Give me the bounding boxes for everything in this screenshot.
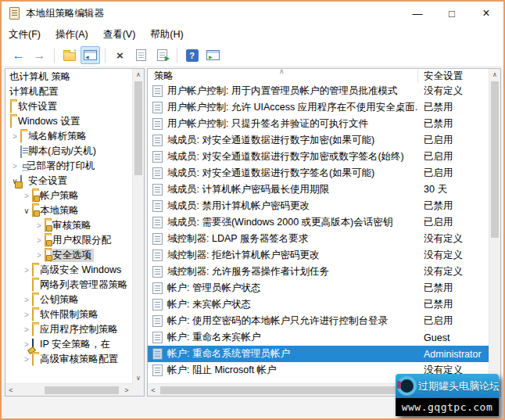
policy-row[interactable]: 域控制器: 拒绝计算机帐户密码更改没有定义 xyxy=(148,247,489,264)
newwindow-button[interactable] xyxy=(203,46,223,64)
tree-item[interactable]: >应用程序控制策略 xyxy=(5,322,132,337)
policy-name: 帐户: 来宾帐户状态 xyxy=(167,298,251,311)
tree-item[interactable]: 脚本(启动/关机) xyxy=(5,144,132,159)
tree-vscroll-thumb[interactable] xyxy=(134,81,142,175)
policy-row[interactable]: 帐户: 管理员帐户状态已禁用 xyxy=(148,280,489,296)
tree-item[interactable]: >安全选项 xyxy=(5,248,132,263)
security-setting-value: Guest xyxy=(418,332,489,343)
tree-item[interactable]: 网络列表管理器策略 xyxy=(5,278,132,293)
policy-row[interactable]: 域控制器: 允许服务器操作者计划任务没有定义 xyxy=(148,264,489,280)
chevron-collapsed-icon[interactable]: > xyxy=(21,296,32,304)
tree-item[interactable]: >域名解析策略 xyxy=(5,129,132,144)
tree-item-label: IP 安全策略，在 xyxy=(38,338,113,351)
tree-vertical-scrollbar[interactable]: ∧ ∨ xyxy=(132,69,144,383)
policy-name: 域控制器: LDAP 服务器签名要求 xyxy=(167,232,308,246)
tree-item[interactable]: ∨安全设置 xyxy=(5,174,132,188)
policy-row[interactable]: 域成员: 对安全通道数据进行数字加密或数字签名(始终)已启用 xyxy=(148,149,489,165)
list-vscroll-thumb[interactable] xyxy=(491,81,499,238)
properties-button[interactable] xyxy=(131,46,151,64)
chevron-collapsed-icon[interactable]: > xyxy=(21,311,32,319)
scroll-down-icon[interactable]: ∨ xyxy=(133,372,144,383)
policy-row[interactable]: 域控制器: LDAP 服务器签名要求没有定义 xyxy=(148,231,489,247)
security-setting-value: 已启用 xyxy=(418,167,489,180)
policy-document-icon xyxy=(152,364,163,376)
tree-item[interactable]: >公钥策略 xyxy=(5,293,132,307)
tree-item[interactable]: >用户权限分配 xyxy=(5,233,132,248)
scroll-right-icon[interactable]: > xyxy=(121,384,132,396)
chevron-collapsed-icon[interactable]: > xyxy=(9,132,20,141)
policy-name: 用户帐户控制: 允许 UIAccess 应用程序在不使用安全桌面... xyxy=(167,101,418,114)
policy-row[interactable]: 用户帐户控制: 用于内置管理员帐户的管理员批准模式没有定义 xyxy=(148,83,489,99)
tree-hscroll-thumb[interactable] xyxy=(45,386,119,394)
policy-row[interactable]: 域成员: 禁用计算机帐户密码更改已禁用 xyxy=(148,198,489,214)
policy-row[interactable]: 用户帐户控制: 允许 UIAccess 应用程序在不使用安全桌面...已禁用 xyxy=(148,99,489,116)
security-setting-value: 已禁用 xyxy=(418,199,489,213)
tree-item[interactable]: >高级审核策略配置 xyxy=(5,352,132,367)
exportlist-button[interactable] xyxy=(152,46,172,64)
menu-view[interactable]: 查看(V) xyxy=(103,28,136,41)
policy-row[interactable]: 域成员: 计算机帐户密码最长使用期限30 天 xyxy=(148,181,489,198)
menu-action[interactable]: 操作(A) xyxy=(56,28,88,41)
scroll-left-icon[interactable]: < xyxy=(148,384,159,396)
tree-item[interactable]: >高级安全 Windows xyxy=(5,263,132,278)
watermark-forum-name: 过期罐头电脑论坛 xyxy=(418,379,500,393)
tree-item[interactable]: 软件设置 xyxy=(5,99,132,114)
menu-file[interactable]: 文件(F) xyxy=(9,28,41,41)
chevron-collapsed-icon[interactable]: > xyxy=(21,192,32,200)
tree-item[interactable]: Windows 设置 xyxy=(5,114,132,129)
tree-item[interactable]: >审核策略 xyxy=(5,218,132,233)
tree-item[interactable]: >软件限制策略 xyxy=(5,307,132,322)
chevron-collapsed-icon[interactable]: > xyxy=(34,251,45,260)
folder-lock-icon xyxy=(45,250,46,261)
scroll-up-icon[interactable]: ∧ xyxy=(133,69,144,80)
menu-help[interactable]: 帮助(H) xyxy=(150,28,183,41)
tree-item[interactable]: ∨本地策略 xyxy=(5,203,132,218)
chevron-collapsed-icon[interactable]: > xyxy=(9,162,20,171)
chevron-collapsed-icon[interactable]: > xyxy=(34,221,45,230)
security-setting-value: 30 天 xyxy=(418,183,489,196)
column-header-setting[interactable]: 安全设置 xyxy=(418,69,489,83)
folder-lock-icon xyxy=(32,191,34,202)
policy-row[interactable]: 帐户: 重命名系统管理员帐户Administrator xyxy=(148,346,489,362)
policy-cell: 用户帐户控制: 只提升签名并验证的可执行文件 xyxy=(148,117,418,131)
tree-items: 也计算机 策略计算机配置软件设置Windows 设置>域名解析策略脚本(启动/关… xyxy=(5,70,132,383)
policy-row[interactable]: 域成员: 对安全通道数据进行数字加密(如果可能)已启用 xyxy=(148,132,489,149)
forward-button[interactable]: → xyxy=(30,46,49,64)
delete-button[interactable]: × xyxy=(110,46,130,64)
tree-item-label: 域名解析策略 xyxy=(26,130,89,143)
policy-row[interactable]: 用户帐户控制: 只提升签名并验证的可执行文件已禁用 xyxy=(148,116,489,132)
column-header-policy[interactable]: 策略 ∧ xyxy=(148,69,418,83)
tree-item[interactable]: >帐户策略 xyxy=(5,188,132,203)
script-icon xyxy=(20,146,22,157)
scroll-left-icon[interactable]: < xyxy=(5,384,16,396)
policy-row[interactable]: 域成员: 需要强(Windows 2000 或更高版本)会话密钥已启用 xyxy=(148,214,489,231)
chevron-collapsed-icon[interactable]: > xyxy=(34,236,45,245)
tree-item-label: 计算机配置 xyxy=(7,85,61,99)
policy-row[interactable]: 域成员: 对安全通道数据进行数字签名(如果可能)已启用 xyxy=(148,165,489,181)
minimize-button[interactable]: — xyxy=(400,2,435,25)
security-icon xyxy=(20,176,22,187)
maximize-button[interactable]: □ xyxy=(435,2,469,25)
policy-list-pane: 策略 ∧ 安全设置 用户帐户控制: 用于内置管理员帐户的管理员批准模式没有定义用… xyxy=(147,68,501,397)
tree-item[interactable]: 也计算机 策略 xyxy=(5,70,132,84)
tree-item[interactable]: >已部署的打印机 xyxy=(5,159,132,174)
scroll-up-icon[interactable]: ∧ xyxy=(489,69,500,80)
policy-row[interactable]: 帐户: 来宾帐户状态已禁用 xyxy=(148,296,489,313)
back-button[interactable]: ← xyxy=(9,46,28,64)
upfolder-button[interactable]: ↑ xyxy=(59,46,79,64)
policy-row[interactable]: 帐户: 使用空密码的本地帐户只允许进行控制台登录已启用 xyxy=(148,313,489,329)
list-vertical-scrollbar[interactable]: ∧ ∨ xyxy=(489,69,500,383)
close-button[interactable]: × xyxy=(469,2,503,25)
properties-icon xyxy=(136,49,146,61)
chevron-collapsed-icon[interactable]: > xyxy=(21,325,32,334)
tree-horizontal-scrollbar[interactable]: < > xyxy=(5,383,132,396)
tree-item[interactable]: 计算机配置 xyxy=(5,84,132,99)
chevron-collapsed-icon[interactable]: > xyxy=(21,266,32,275)
chevron-collapsed-icon[interactable]: > xyxy=(21,355,32,364)
chevron-expanded-icon[interactable]: ∨ xyxy=(21,206,32,215)
help-button[interactable]: ? xyxy=(182,46,202,64)
policy-row[interactable]: 帐户: 重命名来宾帐户Guest xyxy=(148,329,489,346)
security-setting-value: Administrator xyxy=(418,349,489,360)
consoletree-button[interactable] xyxy=(81,46,100,64)
tree-item[interactable]: >IP 安全策略，在 xyxy=(5,337,132,352)
